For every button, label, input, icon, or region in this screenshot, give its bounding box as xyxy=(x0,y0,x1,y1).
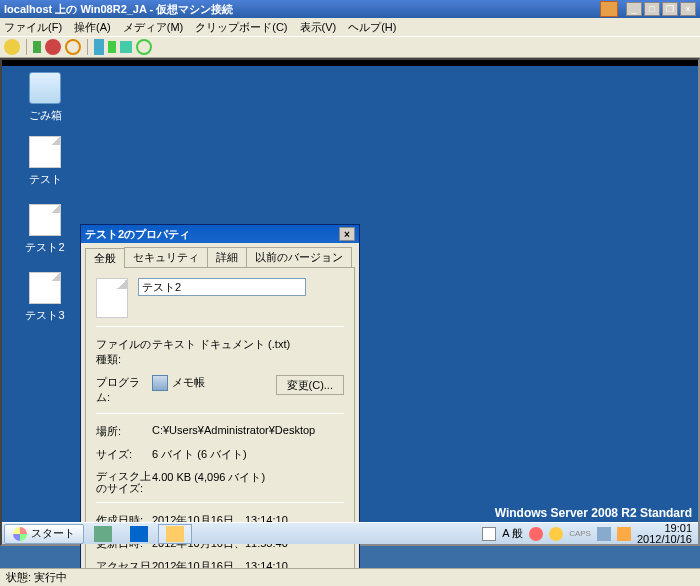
taskbar-app-explorer[interactable] xyxy=(158,524,192,544)
desktop-file-label: テスト3 xyxy=(25,309,64,321)
clock-date: 2012/10/16 xyxy=(637,534,692,545)
tab-security[interactable]: セキュリティ xyxy=(124,247,208,267)
vm-title-bar: localhost 上の Win08R2_JA - 仮想マシン接続 _ □ ❐ … xyxy=(0,0,700,18)
ime-mode[interactable]: A 般 xyxy=(502,526,523,541)
start-label: スタート xyxy=(31,526,75,541)
program-label: プログラム: xyxy=(96,375,152,405)
tab-general[interactable]: 全般 xyxy=(85,248,125,268)
recycle-bin[interactable]: ごみ箱 xyxy=(20,72,70,123)
tab-details[interactable]: 詳細 xyxy=(207,247,247,267)
minimize-button[interactable]: _ xyxy=(626,2,642,16)
server-manager-icon xyxy=(94,526,112,542)
menu-media[interactable]: メディア(M) xyxy=(123,20,184,35)
type-label: ファイルの種類: xyxy=(96,337,152,367)
dialog-title-text: テスト2のプロパティ xyxy=(85,227,339,242)
pin-icon[interactable] xyxy=(600,1,618,17)
windows-orb-icon xyxy=(13,527,27,541)
disk-size-label: ディスク上のサイズ: xyxy=(96,470,152,494)
text-file-icon xyxy=(29,136,61,168)
file-name-input[interactable] xyxy=(138,278,306,296)
tab-previous-versions[interactable]: 以前のバージョン xyxy=(246,247,352,267)
guest-taskbar: スタート A 般 CAPS 19:01 2012/10/16 xyxy=(2,522,698,544)
guest-top-border xyxy=(2,60,698,66)
size-value: 6 バイト (6 バイト) xyxy=(152,447,344,462)
ime-help-icon[interactable] xyxy=(549,527,563,541)
close-button[interactable]: × xyxy=(680,2,696,16)
dialog-close-button[interactable]: × xyxy=(339,227,355,241)
menu-file[interactable]: ファイル(F) xyxy=(4,20,62,35)
desktop-file-1[interactable]: テスト xyxy=(20,136,70,187)
vm-menu-bar: ファイル(F) 操作(A) メディア(M) クリップボード(C) 表示(V) ヘ… xyxy=(0,18,700,36)
ctrl-alt-del-icon[interactable] xyxy=(4,39,20,55)
vm-title-text: localhost 上の Win08R2_JA - 仮想マシン接続 xyxy=(4,2,600,17)
text-file-icon xyxy=(29,272,61,304)
recycle-bin-icon xyxy=(29,72,61,104)
vm-status-text: 状態: 実行中 xyxy=(6,570,67,585)
reset-icon[interactable] xyxy=(108,41,116,53)
size-label: サイズ: xyxy=(96,447,152,462)
revert-icon[interactable] xyxy=(136,39,152,55)
snapshot-icon[interactable] xyxy=(120,41,132,53)
save-icon[interactable] xyxy=(65,39,81,55)
taskbar-app-powershell[interactable] xyxy=(122,524,156,544)
ime-caps[interactable]: CAPS xyxy=(569,529,591,538)
taskbar-app-server-manager[interactable] xyxy=(86,524,120,544)
menu-clipboard[interactable]: クリップボード(C) xyxy=(195,20,287,35)
menu-action[interactable]: 操作(A) xyxy=(74,20,111,35)
type-value: テキスト ドキュメント (.txt) xyxy=(152,337,344,352)
menu-help[interactable]: ヘルプ(H) xyxy=(348,20,396,35)
text-file-icon xyxy=(29,204,61,236)
maximize-button[interactable]: □ xyxy=(644,2,660,16)
separator xyxy=(26,39,27,55)
clock-time: 19:01 xyxy=(637,523,692,534)
powershell-icon xyxy=(130,526,148,542)
ime-tool-icon[interactable] xyxy=(529,527,543,541)
desktop-watermark: Windows Server 2008 R2 Standard xyxy=(495,506,692,520)
volume-icon[interactable] xyxy=(617,527,631,541)
divider xyxy=(96,413,344,414)
divider xyxy=(96,326,344,327)
start-button[interactable]: スタート xyxy=(4,524,84,544)
guest-desktop[interactable]: ごみ箱 テスト テスト2 テスト3 テスト2のプロパティ × 全般 セキュリティ… xyxy=(0,58,700,546)
start-icon[interactable] xyxy=(33,41,41,53)
location-value: C:¥Users¥Administrator¥Desktop xyxy=(152,424,344,436)
shutdown-icon[interactable] xyxy=(45,39,61,55)
dialog-tabs: 全般 セキュリティ 詳細 以前のバージョン xyxy=(81,243,359,267)
restore-button[interactable]: ❐ xyxy=(662,2,678,16)
system-tray: A 般 CAPS 19:01 2012/10/16 xyxy=(476,523,698,545)
taskbar-clock[interactable]: 19:01 2012/10/16 xyxy=(637,523,692,545)
desktop-file-label: テスト xyxy=(29,173,62,185)
explorer-icon xyxy=(166,526,184,542)
pause-icon[interactable] xyxy=(94,39,104,55)
change-program-button[interactable]: 変更(C)... xyxy=(276,375,344,395)
notepad-icon xyxy=(152,375,168,391)
location-label: 場所: xyxy=(96,424,152,439)
desktop-file-2[interactable]: テスト2 xyxy=(20,204,70,255)
divider xyxy=(96,502,344,503)
disk-size-value: 4.00 KB (4,096 バイト) xyxy=(152,470,344,485)
vm-toolbar xyxy=(0,36,700,58)
network-icon[interactable] xyxy=(597,527,611,541)
watermark-line1: Windows Server 2008 R2 Standard xyxy=(495,506,692,520)
desktop-file-3[interactable]: テスト3 xyxy=(20,272,70,323)
program-value: メモ帳 xyxy=(152,375,276,391)
separator xyxy=(87,39,88,55)
tray-flag-icon[interactable] xyxy=(482,527,496,541)
vm-status-bar: 状態: 実行中 xyxy=(0,568,700,586)
desktop-file-label: テスト2 xyxy=(25,241,64,253)
recycle-bin-label: ごみ箱 xyxy=(29,109,62,121)
menu-view[interactable]: 表示(V) xyxy=(300,20,337,35)
file-type-icon xyxy=(96,278,128,318)
dialog-title-bar[interactable]: テスト2のプロパティ × xyxy=(81,225,359,243)
